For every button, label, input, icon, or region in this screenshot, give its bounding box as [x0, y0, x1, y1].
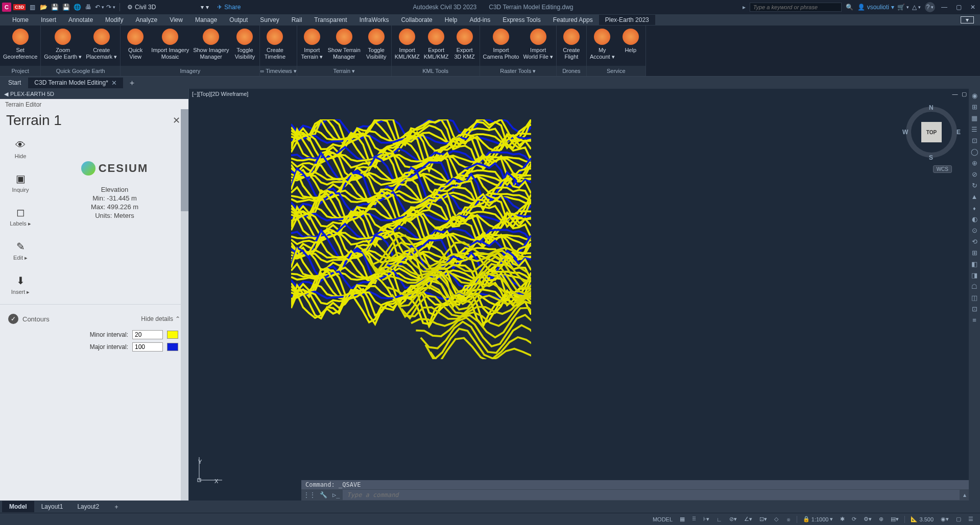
user-account[interactable]: 👤 vsoulioti ▾ [857, 4, 894, 11]
status-hw-icon[interactable]: ◉▾ [938, 515, 951, 523]
minor-color-swatch[interactable] [167, 331, 178, 339]
view-cube-top[interactable]: TOP [921, 122, 942, 142]
nav-tool-6[interactable]: ⊕ [970, 158, 979, 167]
open-icon[interactable]: 📂 [39, 3, 48, 12]
tool-hide[interactable]: 👁Hide [6, 136, 35, 163]
save-icon[interactable]: 💾 [50, 3, 59, 12]
layout-tab-model[interactable]: Model [2, 501, 34, 512]
status-anno-icon[interactable]: ⨳ [783, 515, 794, 523]
tool-edit[interactable]: ✎Edit ▸ [6, 237, 35, 265]
status-clean-icon[interactable]: ▢ [953, 515, 964, 523]
ribbon-my-account[interactable]: MyAccount ▾ [588, 28, 617, 61]
menu-box-icon[interactable]: ▾ [961, 16, 974, 23]
nav-tool-19[interactable]: ⊡ [970, 304, 979, 313]
ribbon-import-kml-kmz[interactable]: ImportKML/KMZ [393, 28, 422, 61]
view-cube-e[interactable]: E [957, 129, 961, 136]
file-tab[interactable]: Start [2, 78, 27, 88]
menu-help[interactable]: Help [439, 15, 464, 25]
minor-interval-input[interactable] [132, 330, 163, 339]
menu-transparent[interactable]: Transparent [308, 15, 353, 25]
nav-tool-13[interactable]: ⟲ [970, 237, 979, 246]
status-osnap-icon[interactable]: ⊡▾ [757, 515, 770, 523]
view-cube-s[interactable]: S [929, 154, 933, 161]
ribbon-set-georeference[interactable]: SetGeoreference [1, 28, 39, 61]
search-input[interactable] [750, 3, 842, 12]
wcs-badge[interactable]: WCS [933, 165, 952, 173]
ribbon-show-terrain-manager[interactable]: Show TerrainManager [326, 28, 363, 61]
add-layout-button[interactable]: ＋ [106, 501, 127, 513]
command-expand-icon[interactable]: ▴ [960, 491, 970, 498]
workspace-dropdown[interactable]: ⚙ Civil 3D ▾ ▾ [124, 3, 212, 12]
redo-icon[interactable]: ↷ [106, 3, 115, 12]
contours-toggle-icon[interactable]: ✓ [8, 314, 18, 324]
menu-home[interactable]: Home [6, 15, 35, 25]
menu-insert[interactable]: Insert [35, 15, 62, 25]
status-units[interactable]: 📐 3.500 [908, 515, 936, 523]
ribbon-export-3d-kmz[interactable]: Export3D KMZ [451, 28, 479, 61]
cart-icon[interactable]: 🛒 [898, 3, 907, 12]
status-anno-auto-icon[interactable]: ⟳ [849, 515, 859, 523]
nav-tool-18[interactable]: ◫ [970, 293, 979, 302]
tool-inquiry[interactable]: ▣Inquiry [6, 169, 35, 196]
nav-tool-7[interactable]: ⊘ [970, 169, 979, 179]
menu-output[interactable]: Output [223, 15, 254, 25]
autodesk-icon[interactable]: △ [912, 3, 921, 12]
vp-maximize[interactable]: ▢ [961, 91, 968, 97]
status-monitor-icon[interactable]: ⊕ [876, 515, 886, 523]
file-tab[interactable]: C3D Terrain Model Editing*✕ [28, 78, 123, 88]
status-snap-icon[interactable]: ⠿ [689, 515, 699, 523]
nav-tool-2[interactable]: ▦ [970, 113, 979, 122]
menu-modify[interactable]: Modify [99, 15, 129, 25]
web-icon[interactable]: 🌐 [73, 3, 82, 12]
status-grid-icon[interactable]: ▦ [677, 515, 687, 523]
menu-analyze[interactable]: Analyze [129, 15, 163, 25]
ribbon-create-timeline[interactable]: CreateTimeline [261, 28, 289, 61]
menu-infraworks[interactable]: InfraWorks [353, 15, 395, 25]
status-3dosnap-icon[interactable]: ◇ [772, 515, 781, 523]
nav-tool-15[interactable]: ◧ [970, 259, 979, 268]
layout-tab-layout1[interactable]: Layout1 [34, 501, 70, 512]
tool-labels[interactable]: ◻Labels ▸ [6, 203, 35, 231]
major-interval-input[interactable] [132, 342, 163, 352]
nav-tool-9[interactable]: ▲ [970, 192, 979, 201]
ribbon-toggle-visibility[interactable]: ToggleVisibility [231, 28, 258, 61]
command-handle-icon[interactable]: ⋮⋮ [301, 489, 318, 501]
nav-tool-5[interactable]: ◯ [970, 147, 979, 156]
status-iso-icon[interactable]: ∠▾ [742, 515, 755, 523]
ribbon-import-camera-photo[interactable]: ImportCamera Photo [481, 28, 521, 61]
status-model[interactable]: MODEL [650, 515, 675, 523]
nav-tool-1[interactable]: ⊞ [970, 102, 979, 111]
saveas-icon[interactable]: 💾 [61, 3, 70, 12]
status-anno-scale[interactable]: 🔒 1:1000 ▾ [800, 515, 836, 523]
add-tab-button[interactable]: ＋ [124, 77, 140, 89]
tab-close-icon[interactable]: ✕ [111, 79, 117, 87]
ribbon-import-imagery-mosaic[interactable]: Import ImageryMosaic [149, 28, 191, 61]
viewport-label[interactable]: [−][Top][2D Wireframe] [192, 91, 248, 97]
nav-tool-8[interactable]: ↻ [970, 181, 979, 190]
app-logo[interactable]: C [2, 3, 11, 12]
ribbon-quick-view[interactable]: QuickView [122, 28, 149, 61]
help-icon[interactable]: ? [925, 2, 935, 12]
nav-tool-20[interactable]: ≡ [970, 315, 979, 324]
ribbon-toggle-visibility[interactable]: ToggleVisibility [363, 28, 390, 61]
nav-tool-12[interactable]: ⊙ [970, 226, 979, 235]
minimize-button[interactable]: — [939, 4, 949, 11]
major-color-swatch[interactable] [167, 343, 178, 351]
ribbon-import-world-file[interactable]: ImportWorld File ▾ [521, 28, 555, 61]
hide-details-button[interactable]: Hide details ⌃ [141, 315, 180, 322]
menu-add-ins[interactable]: Add-ins [463, 15, 496, 25]
tool-insert[interactable]: ⬇Insert ▸ [6, 271, 35, 299]
ribbon-import-terrain[interactable]: ImportTerrain ▾ [298, 28, 326, 61]
vp-minimize[interactable]: — [951, 91, 959, 97]
close-button[interactable]: ✕ [968, 4, 978, 11]
command-customize-icon[interactable]: 🔧 [318, 489, 329, 501]
maximize-button[interactable]: ▢ [953, 4, 964, 11]
nav-tool-14[interactable]: ⊞ [970, 248, 979, 257]
menu-collaborate[interactable]: Collaborate [395, 15, 438, 25]
menu-survey[interactable]: Survey [254, 15, 285, 25]
nav-tool-17[interactable]: ☖ [970, 282, 979, 291]
undo-icon[interactable]: ↶ [95, 3, 104, 12]
status-filter-icon[interactable]: ▤▾ [888, 515, 901, 523]
view-cube-w[interactable]: W [902, 129, 908, 136]
scrollbar-thumb[interactable] [181, 109, 188, 211]
